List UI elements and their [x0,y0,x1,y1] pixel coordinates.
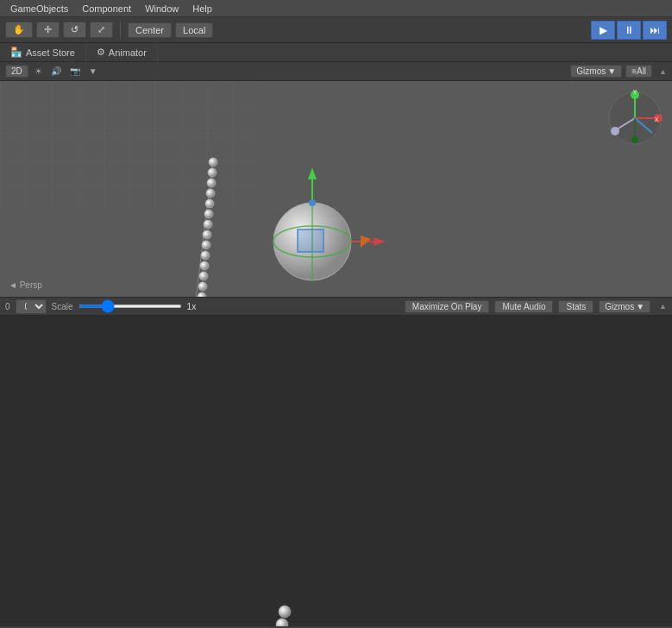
svg-point-41 [631,136,638,143]
menu-help[interactable]: Help [185,2,219,16]
svg-point-15 [199,272,208,280]
toolbar-sep-1 [120,22,121,39]
main-content: 2D ☀ 🔊 📷 ▼ Gizmos ▼ ≡All ▲ [0,62,672,626]
menu-window[interactable]: Window [138,2,185,16]
tab-asset-store[interactable]: 🏪 Asset Store [0,43,86,62]
svg-point-12 [202,241,210,249]
layer-select[interactable]: 0 [16,299,47,314]
play-button[interactable]: ▶ [591,21,615,40]
svg-point-38 [611,127,619,135]
svg-text:X: X [655,116,659,122]
layer-label: 0 [5,302,10,311]
2d-btn[interactable]: 2D [5,65,28,78]
all-dropdown[interactable]: ≡All [625,65,652,78]
svg-point-17 [198,292,206,297]
menu-component[interactable]: Component [75,2,138,16]
sun-icon-btn[interactable]: ☀ [32,66,45,77]
svg-point-7 [206,189,215,198]
maximize-on-play-btn[interactable]: Maximize On Play [405,300,490,313]
svg-point-5 [208,168,217,177]
step-button[interactable]: ⏭ [643,21,667,40]
toolbar: ✋ ✛ ↺ ⤢ Center Local ▶ ⏸ ⏭ [0,17,672,43]
svg-point-6 [207,179,216,187]
scene-extra-btn[interactable]: ▼ [86,66,100,77]
game-gizmos-arrow-icon: ▼ [636,302,644,311]
scale-tool-btn[interactable]: ⤢ [90,22,113,38]
audio-icon-btn[interactable]: 🔊 [48,66,64,77]
svg-marker-27 [308,167,317,179]
svg-point-16 [198,282,207,291]
gizmo-widget: X Y [605,88,665,148]
gizmos-dropdown[interactable]: Gizmos ▼ [570,65,622,78]
svg-point-10 [204,220,212,229]
svg-point-11 [203,230,211,239]
game-gizmos-label: Gizmos [605,302,634,311]
gizmos-label: Gizmos [576,66,606,76]
asset-store-label: Asset Store [26,47,75,58]
svg-point-13 [201,251,210,260]
svg-marker-29 [374,237,386,246]
hand-tool-btn[interactable]: ✋ [5,22,33,38]
game-collapse-btn[interactable]: ▲ [659,302,667,311]
play-controls: ▶ ⏸ ⏭ [591,21,667,40]
scale-slider[interactable] [79,305,182,308]
camera-icon-btn[interactable]: 📷 [67,66,83,77]
scale-label: Scale [52,302,73,311]
stats-btn[interactable]: Stats [558,300,593,313]
scale-value: 1x [187,302,197,311]
rotate-tool-btn[interactable]: ↺ [63,22,86,38]
scene-view: ◄ Persp X Y [0,81,672,297]
svg-point-46 [276,619,288,626]
svg-line-44 [160,609,285,626]
sphere-chain-scene [0,81,672,297]
asset-store-icon: 🏪 [10,47,22,58]
gizmos-arrow-icon: ▼ [607,66,616,76]
game-topbar: 0 0 Scale 1x Maximize On Play Mute Audio… [0,297,672,316]
svg-point-14 [200,261,209,270]
game-view [0,316,672,626]
svg-text:Y: Y [633,89,637,95]
animator-label: Animator [109,47,147,58]
scene-toolbar: 2D ☀ 🔊 📷 ▼ Gizmos ▼ ≡All ▲ [0,62,672,81]
game-view-content [0,316,672,626]
animator-icon: ⚙ [97,47,105,58]
tab-animator[interactable]: ⚙ Animator [86,43,158,62]
svg-point-4 [209,158,217,166]
mute-audio-btn[interactable]: Mute Audio [494,300,553,313]
svg-point-45 [279,606,291,618]
svg-point-8 [205,199,214,208]
svg-rect-25 [298,229,323,252]
svg-point-31 [309,199,316,206]
pause-button[interactable]: ⏸ [617,21,641,40]
tabs-bar: 🏪 Asset Store ⚙ Animator [0,43,672,62]
menubar: GameObjects Component Window Help [0,0,672,17]
persp-label: ◄ Persp [9,280,42,290]
menu-gameobject[interactable]: GameObjects [3,2,75,16]
game-gizmos-dropdown[interactable]: Gizmos ▼ [599,300,650,313]
move-tool-btn[interactable]: ✛ [36,22,60,38]
scene-collapse-btn[interactable]: ▲ [659,67,667,76]
center-btn[interactable]: Center [128,22,172,38]
all-label: ≡All [631,66,646,76]
svg-point-9 [204,210,213,218]
local-btn[interactable]: Local [175,22,213,38]
